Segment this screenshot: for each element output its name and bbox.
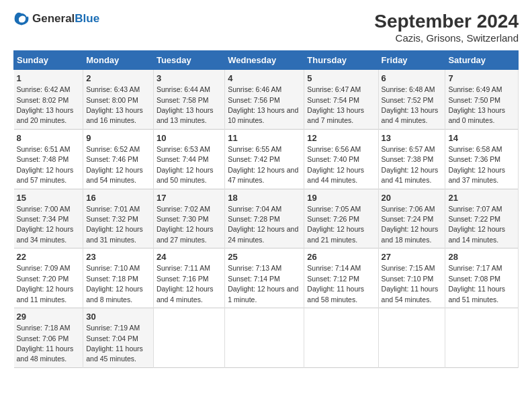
sunrise-info: Sunrise: 6:44 AM	[157, 85, 210, 93]
sunrise-info: Sunrise: 7:19 AM	[86, 324, 140, 332]
title-block: September 2024 Cazis, Grisons, Switzerla…	[374, 11, 519, 44]
daylight-info: Daylight: 13 hours and 16 minutes.	[86, 106, 143, 124]
col-thursday: Thursday	[304, 51, 378, 70]
daylight-info: Daylight: 12 hours and 1 minute.	[228, 285, 298, 303]
daylight-info: Daylight: 12 hours and 27 minutes.	[157, 225, 214, 243]
cell-w2-d2: 9Sunrise: 6:52 AMSunset: 7:46 PMDaylight…	[83, 129, 154, 189]
daylight-info: Daylight: 12 hours and 18 minutes.	[382, 225, 439, 243]
day-number: 7	[448, 73, 515, 85]
day-number: 18	[228, 192, 301, 204]
cell-w5-d6	[378, 308, 445, 368]
sunrise-info: Sunrise: 6:51 AM	[17, 145, 71, 153]
daylight-info: Daylight: 13 hours and 20 minutes.	[17, 106, 74, 124]
day-number: 20	[382, 192, 443, 204]
daylight-info: Daylight: 12 hours and 50 minutes.	[157, 166, 214, 184]
cell-w3-d2: 16Sunrise: 7:01 AMSunset: 7:32 PMDayligh…	[83, 189, 154, 248]
sunset-info: Sunset: 7:24 PM	[382, 215, 434, 223]
day-number: 12	[307, 132, 375, 144]
sunrise-info: Sunrise: 7:02 AM	[157, 205, 210, 213]
cell-w3-d6: 20Sunrise: 7:06 AMSunset: 7:24 PMDayligh…	[378, 189, 445, 248]
daylight-info: Daylight: 12 hours and 11 minutes.	[17, 285, 74, 303]
calendar-title: September 2024	[374, 11, 519, 32]
daylight-info: Daylight: 13 hours and 0 minutes.	[448, 106, 505, 124]
daylight-info: Daylight: 12 hours and 8 minutes.	[86, 285, 143, 303]
sunrise-info: Sunrise: 7:07 AM	[448, 205, 502, 213]
sunrise-info: Sunrise: 7:15 AM	[382, 264, 435, 272]
sunrise-info: Sunrise: 7:17 AM	[448, 264, 502, 272]
daylight-info: Daylight: 11 hours and 48 minutes.	[17, 345, 74, 363]
sunrise-info: Sunrise: 7:05 AM	[307, 205, 361, 213]
calendar-subtitle: Cazis, Grisons, Switzerland	[374, 32, 519, 44]
sunrise-info: Sunrise: 6:47 AM	[307, 85, 361, 93]
logo-blue: Blue	[75, 12, 99, 25]
sunset-info: Sunset: 7:48 PM	[17, 155, 69, 163]
day-number: 4	[228, 73, 301, 85]
week-row-2: 8Sunrise: 6:51 AMSunset: 7:48 PMDaylight…	[14, 129, 519, 189]
week-row-3: 15Sunrise: 7:00 AMSunset: 7:34 PMDayligh…	[14, 189, 519, 248]
daylight-info: Daylight: 11 hours and 58 minutes.	[307, 285, 364, 303]
day-number: 9	[86, 132, 150, 144]
day-number: 25	[228, 251, 301, 263]
cell-w1-d6: 6Sunrise: 6:48 AMSunset: 7:52 PMDaylight…	[378, 70, 445, 130]
day-number: 22	[17, 251, 81, 263]
sunset-info: Sunset: 7:42 PM	[228, 155, 280, 163]
daylight-info: Daylight: 13 hours and 13 minutes.	[157, 106, 214, 124]
day-number: 19	[307, 192, 375, 204]
daylight-info: Daylight: 12 hours and 47 minutes.	[228, 166, 298, 184]
cell-w4-d6: 27Sunrise: 7:15 AMSunset: 7:10 PMDayligh…	[378, 248, 445, 308]
cell-w5-d4	[225, 308, 304, 368]
daylight-info: Daylight: 13 hours and 4 minutes.	[382, 106, 439, 124]
sunset-info: Sunset: 7:36 PM	[448, 155, 500, 163]
day-number: 11	[228, 132, 301, 144]
day-number: 8	[17, 132, 81, 144]
cell-w5-d2: 30Sunrise: 7:19 AMSunset: 7:04 PMDayligh…	[83, 308, 154, 368]
day-number: 29	[17, 311, 81, 323]
sunrise-info: Sunrise: 6:49 AM	[448, 85, 502, 93]
cell-w4-d3: 24Sunrise: 7:11 AMSunset: 7:16 PMDayligh…	[153, 248, 224, 308]
header: GeneralBlue September 2024 Cazis, Grison…	[13, 11, 519, 44]
sunrise-info: Sunrise: 7:09 AM	[17, 264, 71, 272]
day-number: 1	[17, 73, 81, 85]
day-number: 24	[157, 251, 222, 263]
daylight-info: Daylight: 12 hours and 54 minutes.	[86, 166, 143, 184]
cell-w1-d2: 2Sunrise: 6:43 AMSunset: 8:00 PMDaylight…	[83, 70, 154, 130]
day-number: 3	[157, 73, 222, 85]
sunrise-info: Sunrise: 7:06 AM	[382, 205, 435, 213]
sunset-info: Sunset: 7:26 PM	[307, 215, 359, 223]
cell-w5-d3	[153, 308, 224, 368]
sunset-info: Sunset: 7:18 PM	[86, 275, 138, 283]
sunset-info: Sunset: 7:22 PM	[448, 215, 500, 223]
sunset-info: Sunset: 7:28 PM	[228, 215, 280, 223]
day-number: 5	[307, 73, 375, 85]
daylight-info: Daylight: 11 hours and 51 minutes.	[448, 285, 505, 303]
sunrise-info: Sunrise: 6:43 AM	[86, 85, 140, 93]
col-monday: Monday	[83, 51, 154, 70]
daylight-info: Daylight: 12 hours and 4 minutes.	[157, 285, 214, 303]
sunrise-info: Sunrise: 6:48 AM	[382, 85, 435, 93]
cell-w1-d7: 7Sunrise: 6:49 AMSunset: 7:50 PMDaylight…	[445, 70, 519, 130]
daylight-info: Daylight: 13 hours and 10 minutes.	[228, 106, 298, 124]
day-number: 2	[86, 73, 150, 85]
cell-w4-d1: 22Sunrise: 7:09 AMSunset: 7:20 PMDayligh…	[14, 248, 83, 308]
daylight-info: Daylight: 12 hours and 34 minutes.	[17, 225, 74, 243]
sunrise-info: Sunrise: 6:55 AM	[228, 145, 281, 153]
calendar-body: 1Sunrise: 6:42 AMSunset: 8:02 PMDaylight…	[14, 70, 519, 368]
sunset-info: Sunset: 7:32 PM	[86, 215, 138, 223]
cell-w2-d6: 13Sunrise: 6:57 AMSunset: 7:38 PMDayligh…	[378, 129, 445, 189]
week-row-1: 1Sunrise: 6:42 AMSunset: 8:02 PMDaylight…	[14, 70, 519, 130]
sunset-info: Sunset: 7:08 PM	[448, 275, 500, 283]
sunset-info: Sunset: 7:50 PM	[448, 96, 500, 104]
sunset-info: Sunset: 7:14 PM	[228, 275, 280, 283]
sunrise-info: Sunrise: 7:14 AM	[307, 264, 361, 272]
cell-w2-d4: 11Sunrise: 6:55 AMSunset: 7:42 PMDayligh…	[225, 129, 304, 189]
sunrise-info: Sunrise: 6:42 AM	[17, 85, 71, 93]
cell-w5-d1: 29Sunrise: 7:18 AMSunset: 7:06 PMDayligh…	[14, 308, 83, 368]
daylight-info: Daylight: 12 hours and 24 minutes.	[228, 225, 298, 243]
daylight-info: Daylight: 12 hours and 57 minutes.	[17, 166, 74, 184]
logo: GeneralBlue	[13, 11, 99, 27]
cell-w3-d3: 17Sunrise: 7:02 AMSunset: 7:30 PMDayligh…	[153, 189, 224, 248]
sunrise-info: Sunrise: 7:04 AM	[228, 205, 281, 213]
cell-w4-d2: 23Sunrise: 7:10 AMSunset: 7:18 PMDayligh…	[83, 248, 154, 308]
day-number: 14	[448, 132, 515, 144]
sunrise-info: Sunrise: 6:56 AM	[307, 145, 361, 153]
